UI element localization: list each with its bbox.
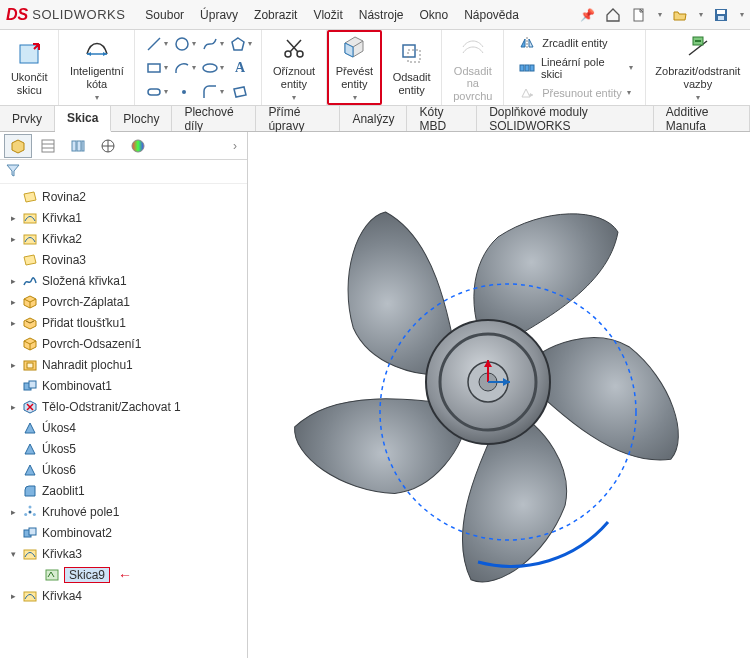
chevron-down-icon[interactable]: ▾ (353, 93, 357, 102)
exit-sketch-button[interactable]: Ukončit skicu (7, 37, 52, 98)
new-doc-icon[interactable] (631, 7, 647, 23)
tab-features[interactable]: Prvky (0, 106, 55, 131)
tab-sketch[interactable]: Skica (55, 106, 111, 132)
tab-evaluate[interactable]: Analýzy (340, 106, 407, 131)
tab-surfaces[interactable]: Plochy (111, 106, 172, 131)
menu-file[interactable]: Soubor (145, 8, 184, 22)
tree-item-label: Úkos6 (42, 463, 76, 477)
menu-window[interactable]: Okno (419, 8, 448, 22)
menu-insert[interactable]: Vložit (313, 8, 342, 22)
line-tool-button[interactable]: ▾ (143, 33, 169, 55)
tree-item-p-idat-tlou-ku1[interactable]: ▸Přidat tloušťku1 (0, 312, 247, 333)
convert-entities-button[interactable]: Převést entity ▾ (332, 31, 377, 103)
sidebar-tab-feature-tree[interactable] (4, 134, 32, 158)
chevron-down-icon[interactable]: ▾ (696, 93, 700, 102)
expand-icon[interactable]: ▸ (8, 360, 18, 370)
tree-item-skica9[interactable]: Skica9← (0, 564, 247, 585)
circle-tool-button[interactable]: ▾ (171, 33, 197, 55)
tab-additive[interactable]: Additive Manufa (654, 106, 750, 131)
tree-item-t-lo-odstranit-zachovat-1[interactable]: ▸Tělo-Odstranit/Zachovat 1 (0, 396, 247, 417)
sidebar-overflow-icon[interactable]: › (227, 139, 243, 153)
smart-dimension-icon (82, 33, 112, 63)
tree-item-label: Úkos5 (42, 442, 76, 456)
plane-icon (22, 252, 38, 268)
expand-icon[interactable]: ▸ (8, 234, 18, 244)
tree-item-label: Rovina2 (42, 190, 86, 204)
tree-item-slo-en-k-ivka1[interactable]: ▸Složená křivka1 (0, 270, 247, 291)
arc-tool-button[interactable]: ▾ (171, 57, 197, 79)
polygon-tool-button[interactable]: ▾ (227, 33, 253, 55)
linear-pattern-button[interactable]: Lineární pole skici▾ (516, 56, 632, 80)
tree-item-k-ivka2[interactable]: ▸Křivka2 (0, 228, 247, 249)
expand-icon[interactable]: ▸ (8, 297, 18, 307)
tree-item-rovina3[interactable]: Rovina3 (0, 249, 247, 270)
open-icon[interactable] (672, 7, 688, 23)
tree-item-kombinovat1[interactable]: Kombinovat1 (0, 375, 247, 396)
chevron-down-icon[interactable]: ▾ (292, 93, 296, 102)
display-relations-button[interactable]: Zobrazit/odstranit vazby ▾ (651, 31, 744, 103)
surf-icon (22, 336, 38, 352)
sidebar-tab-config-mgr[interactable] (64, 134, 92, 158)
tree-item-kombinovat2[interactable]: Kombinovat2 (0, 522, 247, 543)
tree-item-zaoblit1[interactable]: Zaoblit1 (0, 480, 247, 501)
sidebar-tab-dimxpert[interactable] (94, 134, 122, 158)
ribbon-relations-group: Zobrazit/odstranit vazby ▾ (646, 30, 750, 105)
expand-icon[interactable]: ▸ (8, 213, 18, 223)
tree-item-nahradit-plochu1[interactable]: ▸Nahradit plochu1 (0, 354, 247, 375)
menu-tools[interactable]: Nástroje (359, 8, 404, 22)
text-tool-button[interactable]: A (227, 57, 253, 79)
ellipse-tool-button[interactable]: ▾ (199, 57, 225, 79)
plane-tool-button[interactable] (227, 81, 253, 103)
expand-icon[interactable]: ▸ (8, 276, 18, 286)
menu-edit[interactable]: Úpravy (200, 8, 238, 22)
tree-item-kruhov-pole1[interactable]: ▸Kruhové pole1 (0, 501, 247, 522)
expand-icon[interactable]: ▸ (8, 402, 18, 412)
tree-item-k-ivka3[interactable]: ▾Křivka3 (0, 543, 247, 564)
offset-entities-button[interactable]: Odsadit entity (389, 37, 435, 98)
menu-view[interactable]: Zobrazit (254, 8, 297, 22)
curve-icon (22, 210, 38, 226)
slot-tool-button[interactable]: ▾ (143, 81, 169, 103)
tree-item--kos5[interactable]: Úkos5 (0, 438, 247, 459)
funnel-icon[interactable] (6, 163, 20, 180)
tree-item-povrch-z-plata1[interactable]: ▸Povrch-Záplata1 (0, 291, 247, 312)
tab-sheetmetal[interactable]: Plechové díly (172, 106, 256, 131)
tree-item-povrch-odsazen-1[interactable]: Povrch-Odsazení1 (0, 333, 247, 354)
move-entities-button: Přesunout entity▾ (516, 82, 632, 104)
mirror-entities-button[interactable]: Zrcadlit entity (516, 32, 632, 54)
collapse-icon[interactable]: ▾ (8, 549, 18, 559)
svg-rect-20 (408, 50, 420, 62)
tab-mbd[interactable]: Kóty MBD (407, 106, 477, 131)
tab-direct-edit[interactable]: Přímé úpravy (256, 106, 340, 131)
rect-tool-button[interactable]: ▾ (143, 57, 169, 79)
fillet-tool-button[interactable]: ▾ (199, 81, 225, 103)
expand-icon[interactable]: ▸ (8, 507, 18, 517)
tree-filter-row (0, 160, 247, 184)
feature-tree[interactable]: Rovina2▸Křivka1▸Křivka2Rovina3▸Složená k… (0, 184, 247, 658)
graphics-viewport[interactable] (248, 132, 750, 658)
tree-item-label: Povrch-Záplata1 (42, 295, 130, 309)
tree-item--kos6[interactable]: Úkos6 (0, 459, 247, 480)
spline-tool-button[interactable]: ▾ (199, 33, 225, 55)
svg-marker-24 (530, 93, 533, 97)
menu-help[interactable]: Nápověda (464, 8, 519, 22)
save-icon[interactable] (713, 7, 729, 23)
tree-item-label: Kombinovat1 (42, 379, 112, 393)
tab-addins[interactable]: Doplňkové moduly SOLIDWORKS (477, 106, 654, 131)
tree-item--kos4[interactable]: Úkos4 (0, 417, 247, 438)
tree-item-rovina2[interactable]: Rovina2 (0, 186, 247, 207)
expand-icon[interactable]: ▸ (8, 318, 18, 328)
tree-item-k-ivka4[interactable]: ▸Křivka4 (0, 585, 247, 606)
svg-rect-38 (24, 214, 36, 223)
svg-rect-31 (72, 141, 76, 151)
tree-item-k-ivka1[interactable]: ▸Křivka1 (0, 207, 247, 228)
home-icon[interactable] (605, 7, 621, 23)
expand-icon[interactable]: ▸ (8, 591, 18, 601)
pin-icon[interactable]: 📌 (579, 7, 595, 23)
point-tool-button[interactable] (171, 81, 197, 103)
sidebar-tab-appearance[interactable] (124, 134, 152, 158)
trim-entities-button[interactable]: Oříznout entity ▾ (269, 31, 319, 103)
sidebar-tab-property-mgr[interactable] (34, 134, 62, 158)
chevron-down-icon[interactable]: ▾ (95, 93, 99, 102)
smart-dimension-button[interactable]: Inteligentní kóta ▾ (66, 31, 128, 103)
